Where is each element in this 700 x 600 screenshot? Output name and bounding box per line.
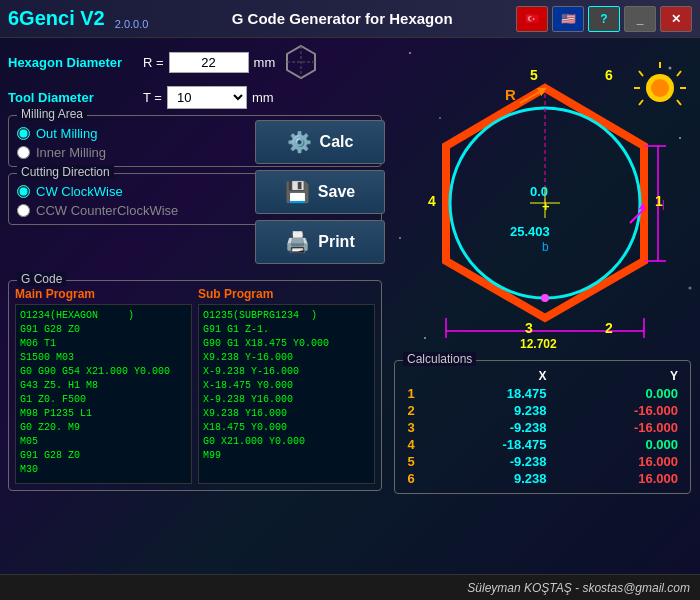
row-y-value: 0.000 bbox=[553, 436, 685, 453]
print-button[interactable]: 🖨️ Print bbox=[255, 220, 385, 264]
svg-point-8 bbox=[399, 237, 401, 239]
header: 6Genci V2 2.0.0.0 G Code Generator for H… bbox=[0, 0, 700, 38]
svg-point-10 bbox=[424, 337, 426, 339]
minimize-button[interactable]: _ bbox=[624, 6, 656, 32]
center-x-label: 0.0 bbox=[530, 184, 548, 199]
footer-text: Süleyman KOŞTAŞ - skostas@gmail.com bbox=[467, 581, 690, 595]
corner-6-label: 6 bbox=[605, 67, 613, 83]
row-x-value: 18.475 bbox=[421, 385, 553, 402]
gcode-group: G Code Main Program O1234(HEXAGON ) G91 … bbox=[8, 280, 382, 491]
app-version: 2.0.0.0 bbox=[115, 18, 149, 30]
row-y-value: 16.000 bbox=[553, 453, 685, 470]
header-buttons: 🇹🇷 🇺🇸 ? _ ✕ bbox=[516, 6, 692, 32]
tool-diameter-unit: mm bbox=[252, 90, 274, 105]
milling-area-title: Milling Area bbox=[17, 107, 87, 121]
sub-program-text[interactable]: O1235(SUBPRG1234 ) G91 G1 Z-1. G90 G1 X1… bbox=[198, 304, 375, 484]
calc-row: 29.238-16.000 bbox=[401, 402, 684, 419]
app-subtitle: G Code Generator for Hexagon bbox=[168, 10, 516, 27]
ccw-radio[interactable] bbox=[17, 204, 30, 217]
out-milling-label[interactable]: Out Milling bbox=[36, 126, 97, 141]
calc-label: Calc bbox=[320, 133, 354, 151]
flag-tr-button[interactable]: 🇹🇷 bbox=[516, 6, 548, 32]
save-button[interactable]: 💾 Save bbox=[255, 170, 385, 214]
svg-point-4 bbox=[409, 52, 411, 54]
action-buttons: ⚙️ Calc 💾 Save 🖨️ Print bbox=[255, 120, 385, 264]
row-number: 6 bbox=[401, 470, 421, 487]
bottom-point bbox=[541, 294, 549, 302]
row-x-value: 9.238 bbox=[421, 470, 553, 487]
hex-diameter-input[interactable] bbox=[169, 52, 249, 73]
help-button[interactable]: ? bbox=[588, 6, 620, 32]
calc-icon: ⚙️ bbox=[287, 130, 312, 154]
corner-4-label: 4 bbox=[428, 193, 436, 209]
hex-diameter-row: Hexagon Diameter R = mm bbox=[8, 44, 382, 80]
sub-program-col: Sub Program O1235(SUBPRG1234 ) G91 G1 Z-… bbox=[198, 287, 375, 484]
svg-point-5 bbox=[669, 67, 672, 70]
gcode-section: G Code Main Program O1234(HEXAGON ) G91 … bbox=[0, 280, 390, 491]
row-x-value: -9.238 bbox=[421, 453, 553, 470]
sub-program-title: Sub Program bbox=[198, 287, 375, 301]
vert-dim: | bbox=[662, 199, 665, 210]
save-label: Save bbox=[318, 183, 355, 201]
inner-milling-label[interactable]: Inner Milling bbox=[36, 145, 106, 160]
hex-diameter-unit: mm bbox=[254, 55, 276, 70]
main-program-col: Main Program O1234(HEXAGON ) G91 G28 Z0 … bbox=[15, 287, 192, 484]
row-y-value: 16.000 bbox=[553, 470, 685, 487]
center-plus: + bbox=[542, 199, 550, 214]
row-number: 1 bbox=[401, 385, 421, 402]
ccw-label[interactable]: CCW CounterClockWise bbox=[36, 203, 178, 218]
row-number: 2 bbox=[401, 402, 421, 419]
col-x-header: X bbox=[421, 367, 553, 385]
hex-svg: 5 6 1 2 3 4 R 0.0 + 25.403 b 12.702 | bbox=[390, 38, 700, 363]
row-y-value: -16.000 bbox=[553, 419, 685, 436]
close-button[interactable]: ✕ bbox=[660, 6, 692, 32]
sun-inner bbox=[651, 79, 669, 97]
row-y-value: -16.000 bbox=[553, 402, 685, 419]
save-icon: 💾 bbox=[285, 180, 310, 204]
calc-row: 4-18.4750.000 bbox=[401, 436, 684, 453]
svg-point-9 bbox=[689, 287, 692, 290]
calc-row: 3-9.238-16.000 bbox=[401, 419, 684, 436]
diameter-value: 25.403 bbox=[510, 224, 550, 239]
flag-tr-icon: 🇹🇷 bbox=[525, 12, 540, 26]
hex-shape-icon bbox=[285, 44, 317, 80]
row-number: 4 bbox=[401, 436, 421, 453]
row-x-value: 9.238 bbox=[421, 402, 553, 419]
b-label: b bbox=[542, 240, 549, 254]
calc-row: 118.4750.000 bbox=[401, 385, 684, 402]
row-number: 3 bbox=[401, 419, 421, 436]
hex-diameter-label: Hexagon Diameter bbox=[8, 55, 138, 70]
inner-milling-radio[interactable] bbox=[17, 146, 30, 159]
calc-button[interactable]: ⚙️ Calc bbox=[255, 120, 385, 164]
main-container: 6Genci V2 2.0.0.0 G Code Generator for H… bbox=[0, 0, 700, 600]
flag-us-button[interactable]: 🇺🇸 bbox=[552, 6, 584, 32]
row-y-value: 0.000 bbox=[553, 385, 685, 402]
main-program-text[interactable]: O1234(HEXAGON ) G91 G28 Z0 M06 T1 S1500 … bbox=[15, 304, 192, 484]
app-title: 6Genci V2 bbox=[8, 7, 105, 30]
corner-3-label: 3 bbox=[525, 320, 533, 336]
gcode-title: G Code bbox=[17, 272, 66, 286]
cw-radio[interactable] bbox=[17, 185, 30, 198]
calculations-section: Calculations X Y 118.4750.00029.238-16.0… bbox=[390, 360, 695, 494]
corner-5-label: 5 bbox=[530, 67, 538, 83]
hex-r-eq: R = bbox=[143, 55, 164, 70]
row-number: 5 bbox=[401, 453, 421, 470]
calc-row: 5-9.23816.000 bbox=[401, 453, 684, 470]
cw-label[interactable]: CW ClockWise bbox=[36, 184, 123, 199]
print-icon: 🖨️ bbox=[285, 230, 310, 254]
tool-diameter-row: Tool Diameter T = 10 6 8 12 mm bbox=[8, 86, 382, 109]
col-y-header: Y bbox=[553, 367, 685, 385]
footer: Süleyman KOŞTAŞ - skostas@gmail.com bbox=[0, 574, 700, 600]
out-milling-radio[interactable] bbox=[17, 127, 30, 140]
tool-diameter-label: Tool Diameter bbox=[8, 90, 138, 105]
main-program-title: Main Program bbox=[15, 287, 192, 301]
calc-title: Calculations bbox=[403, 352, 476, 366]
tool-t-eq: T = bbox=[143, 90, 162, 105]
half-width-label: 12.702 bbox=[520, 337, 557, 351]
tool-diameter-select[interactable]: 10 6 8 12 bbox=[167, 86, 247, 109]
row-x-value: -9.238 bbox=[421, 419, 553, 436]
calc-group: Calculations X Y 118.4750.00029.238-16.0… bbox=[394, 360, 691, 494]
print-label: Print bbox=[318, 233, 354, 251]
r-label: R bbox=[505, 86, 516, 103]
row-x-value: -18.475 bbox=[421, 436, 553, 453]
